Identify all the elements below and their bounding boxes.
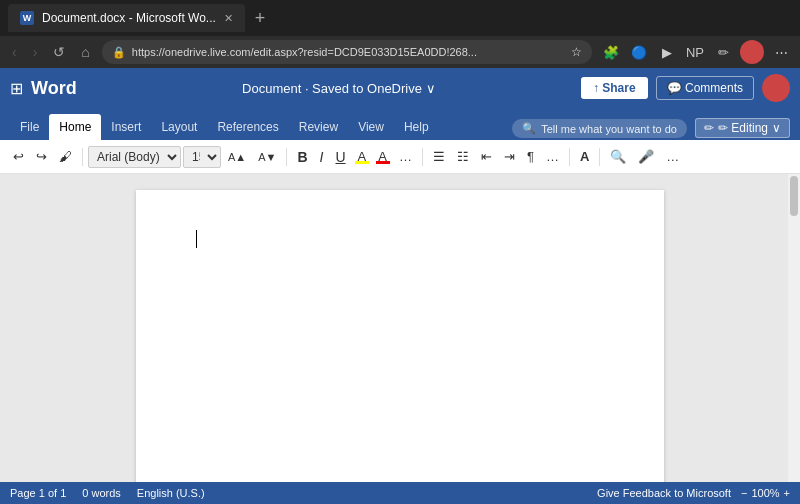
forward-button[interactable]: › bbox=[29, 42, 42, 62]
back-button[interactable]: ‹ bbox=[8, 42, 21, 62]
toolbar-divider-2 bbox=[286, 148, 287, 166]
paragraph-button[interactable]: ¶ bbox=[522, 147, 539, 166]
font-name-select[interactable]: Arial (Body) bbox=[88, 146, 181, 168]
browser-profile-icon[interactable] bbox=[740, 40, 764, 64]
status-bar: Page 1 of 1 0 words English (U.S.) Give … bbox=[0, 482, 800, 504]
extension-icon-3[interactable]: ▶ bbox=[656, 41, 678, 63]
tab-home[interactable]: Home bbox=[49, 114, 101, 140]
refresh-button[interactable]: ↺ bbox=[49, 42, 69, 62]
bold-button[interactable]: B bbox=[292, 147, 312, 167]
extension-icon-np[interactable]: NP bbox=[684, 41, 706, 63]
pencil-icon: ✏ bbox=[704, 121, 714, 135]
ribbon-search-box[interactable]: 🔍 Tell me what you want to do bbox=[512, 119, 687, 138]
tab-insert[interactable]: Insert bbox=[101, 114, 151, 140]
search-magnifier-icon: 🔍 bbox=[522, 122, 536, 135]
vertical-scrollbar[interactable] bbox=[788, 174, 800, 482]
highlight-button[interactable]: A bbox=[353, 147, 372, 166]
undo-button[interactable]: ↩ bbox=[8, 147, 29, 166]
text-cursor bbox=[196, 230, 197, 248]
apps-grid-icon[interactable]: ⊞ bbox=[10, 79, 23, 98]
tab-view[interactable]: View bbox=[348, 114, 394, 140]
toolbar-divider-1 bbox=[82, 148, 83, 166]
home-button[interactable]: ⌂ bbox=[77, 42, 93, 62]
styles-button[interactable]: A bbox=[575, 147, 594, 166]
editing-mode-button[interactable]: ✏ ✏ Editing ∨ bbox=[695, 118, 790, 138]
feedback-link[interactable]: Give Feedback to Microsoft bbox=[597, 487, 731, 499]
more-options-button[interactable]: … bbox=[661, 147, 684, 166]
formatting-toolbar: ↩ ↪ 🖌 Arial (Body) 15 A▲ A▼ B I U A A … … bbox=[0, 140, 800, 174]
numbering-button[interactable]: ☷ bbox=[452, 147, 474, 166]
tab-file[interactable]: File bbox=[10, 114, 49, 140]
address-bar: ‹ › ↺ ⌂ 🔒 https://onedrive.live.com/edit… bbox=[0, 36, 800, 68]
comments-button[interactable]: 💬 Comments bbox=[656, 76, 754, 100]
dictate-button[interactable]: 🎤 bbox=[633, 147, 659, 166]
title-bar-actions: ↑ Share 💬 Comments bbox=[581, 74, 790, 102]
url-text: https://onedrive.live.com/edit.aspx?resi… bbox=[132, 46, 565, 58]
star-icon[interactable]: ☆ bbox=[571, 45, 582, 59]
find-button[interactable]: 🔍 bbox=[605, 147, 631, 166]
user-avatar[interactable] bbox=[762, 74, 790, 102]
toolbar-divider-4 bbox=[569, 148, 570, 166]
page-info: Page 1 of 1 bbox=[10, 487, 66, 499]
tab-help[interactable]: Help bbox=[394, 114, 439, 140]
status-bar-right: Give Feedback to Microsoft − 100% + bbox=[597, 487, 790, 499]
more-paragraph-button[interactable]: … bbox=[541, 147, 564, 166]
browser-tab[interactable]: W Document.docx - Microsoft Wo... ✕ bbox=[8, 4, 245, 32]
format-painter-button[interactable]: 🖌 bbox=[54, 147, 77, 166]
lock-icon: 🔒 bbox=[112, 46, 126, 59]
document-title: Document · Saved to OneDrive ∨ bbox=[97, 81, 581, 96]
font-color-button[interactable]: A bbox=[373, 147, 392, 166]
more-text-button[interactable]: … bbox=[394, 147, 417, 166]
tab-review[interactable]: Review bbox=[289, 114, 348, 140]
zoom-control: − 100% + bbox=[741, 487, 790, 499]
bullets-button[interactable]: ☰ bbox=[428, 147, 450, 166]
increase-indent-button[interactable]: ⇥ bbox=[499, 147, 520, 166]
document-page[interactable] bbox=[136, 190, 664, 482]
decrease-indent-button[interactable]: ⇤ bbox=[476, 147, 497, 166]
zoom-level: 100% bbox=[751, 487, 779, 499]
redo-button[interactable]: ↪ bbox=[31, 147, 52, 166]
extension-icon-1[interactable]: 🧩 bbox=[600, 41, 622, 63]
zoom-out-button[interactable]: − bbox=[741, 487, 747, 499]
language-indicator[interactable]: English (U.S.) bbox=[137, 487, 205, 499]
font-size-select[interactable]: 15 bbox=[183, 146, 221, 168]
word-count: 0 words bbox=[82, 487, 121, 499]
title-dropdown-icon[interactable]: ∨ bbox=[426, 81, 436, 96]
underline-button[interactable]: U bbox=[330, 147, 350, 167]
url-bar[interactable]: 🔒 https://onedrive.live.com/edit.aspx?re… bbox=[102, 40, 592, 64]
editing-dropdown-icon[interactable]: ∨ bbox=[772, 121, 781, 135]
browser-action-icons: 🧩 🔵 ▶ NP ✏ ⋯ bbox=[600, 40, 792, 64]
share-button[interactable]: ↑ Share bbox=[581, 77, 648, 99]
tab-title: Document.docx - Microsoft Wo... bbox=[42, 11, 216, 25]
browser-title-bar: W Document.docx - Microsoft Wo... ✕ + bbox=[0, 0, 800, 36]
ribbon-search-placeholder: Tell me what you want to do bbox=[541, 123, 677, 135]
close-tab-button[interactable]: ✕ bbox=[224, 12, 233, 25]
toolbar-divider-3 bbox=[422, 148, 423, 166]
decrease-font-button[interactable]: A▼ bbox=[253, 149, 281, 165]
new-tab-button[interactable]: + bbox=[251, 8, 270, 29]
word-brand-label: Word bbox=[31, 78, 77, 99]
scroll-thumb[interactable] bbox=[790, 176, 798, 216]
word-tab-icon: W bbox=[20, 11, 34, 25]
toolbar-divider-5 bbox=[599, 148, 600, 166]
word-title-bar: ⊞ Word Document · Saved to OneDrive ∨ ↑ … bbox=[0, 68, 800, 108]
browser-menu-button[interactable]: ⋯ bbox=[770, 41, 792, 63]
extension-icon-pencil[interactable]: ✏ bbox=[712, 41, 734, 63]
tab-references[interactable]: References bbox=[207, 114, 288, 140]
zoom-in-button[interactable]: + bbox=[784, 487, 790, 499]
italic-button[interactable]: I bbox=[315, 147, 329, 167]
extension-icon-2[interactable]: 🔵 bbox=[628, 41, 650, 63]
ribbon-tab-bar: File Home Insert Layout References Revie… bbox=[0, 108, 800, 140]
document-area[interactable] bbox=[0, 174, 800, 482]
editing-label: ✏ Editing bbox=[718, 121, 768, 135]
increase-font-button[interactable]: A▲ bbox=[223, 149, 251, 165]
tab-layout[interactable]: Layout bbox=[151, 114, 207, 140]
